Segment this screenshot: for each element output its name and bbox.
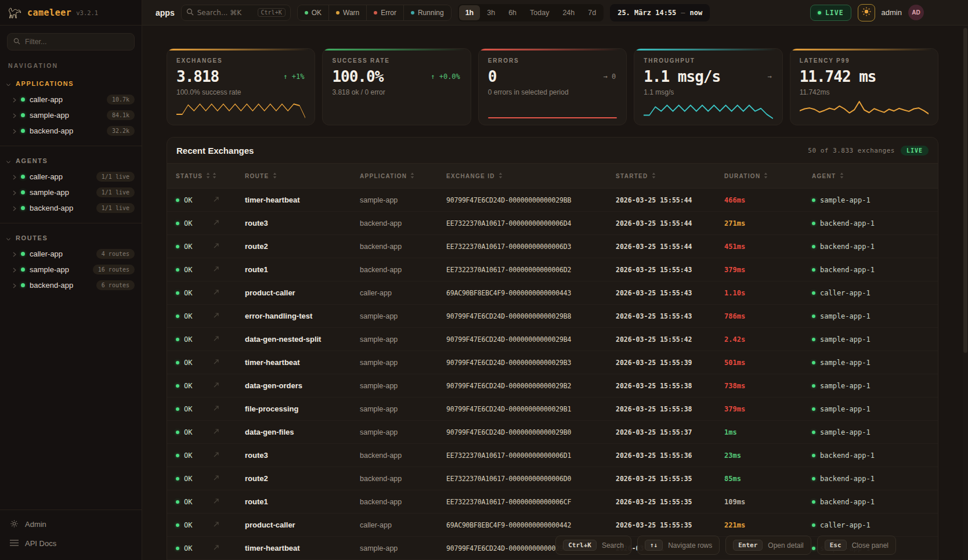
status-dot: [21, 268, 25, 272]
global-search[interactable]: Ctrl+K: [181, 5, 291, 21]
agent-cell: sample-app-1: [812, 312, 938, 320]
status-filter-warn[interactable]: Warn: [329, 5, 367, 20]
ok-dot: [176, 268, 179, 272]
table-row[interactable]: OKproduct-callercaller-app69AC90BF8EBC4F…: [167, 281, 938, 305]
panel-header: Recent Exchanges 50 of 3.833 exchanges L…: [167, 138, 938, 163]
kbd-key: ↑↓: [645, 540, 663, 551]
date-range[interactable]: 25. März 14:55 — now: [610, 4, 710, 21]
column-header-status[interactable]: STATUS: [176, 172, 212, 180]
sidebar-item-backend-app[interactable]: backend-app1/1 live: [0, 200, 142, 216]
sidebar-item-caller-app[interactable]: caller-app10.7k: [0, 92, 142, 107]
sidebar-item-sample-app[interactable]: sample-app1/1 live: [0, 185, 142, 200]
table-row[interactable]: OKdata-gen-orderssample-app90799F47E6CD2…: [167, 374, 938, 398]
sidebar-item-caller-app[interactable]: caller-app1/1 live: [0, 169, 142, 185]
time-range-1h[interactable]: 1h: [459, 5, 481, 20]
status-filter-error[interactable]: Error: [367, 5, 404, 20]
agent-cell: backend-app-1: [812, 451, 938, 460]
column-header-exchange-id[interactable]: EXCHANGE ID: [446, 172, 616, 180]
flow-cell: [212, 474, 245, 484]
column-header-agent[interactable]: AGENT: [812, 172, 938, 180]
status-text: OK: [184, 289, 192, 297]
status-cell: OK: [176, 289, 212, 297]
sidebar-filter[interactable]: [7, 33, 135, 50]
table-row[interactable]: OKtimer-heartbeatsample-app90799F47E6CD2…: [167, 189, 938, 212]
flow-cell: [212, 288, 245, 298]
started-cell: 2026-03-25 15:55:44: [616, 243, 724, 251]
item-label: sample-app: [30, 265, 69, 274]
started-cell: 2026-03-25 15:55:42: [616, 335, 724, 344]
agent-cell: sample-app-1: [812, 382, 938, 390]
footer-item-api-docs[interactable]: API Docs: [0, 534, 142, 553]
status-filter-ok[interactable]: OK: [298, 5, 329, 20]
sidebar-item-backend-app[interactable]: backend-app6 routes: [0, 277, 142, 293]
application-cell: sample-app: [360, 428, 446, 436]
column-header-route[interactable]: ROUTE: [245, 172, 360, 180]
live-toggle[interactable]: LIVE: [810, 5, 851, 21]
footer-label: Admin: [25, 520, 46, 529]
route-cell: route3: [245, 219, 360, 227]
table-row[interactable]: OKerror-handling-testsample-app90799F47E…: [167, 305, 938, 328]
card-subtitle: 11.742ms: [800, 88, 929, 96]
shortcut-bar: Ctrl+KSearch↑↓Navigate rowsEnterOpen det…: [555, 536, 896, 555]
avatar[interactable]: AD: [908, 5, 924, 20]
table-row[interactable]: OKroute3backend-appEE7322370A10617-00000…: [167, 444, 938, 467]
item-label: sample-app: [30, 111, 69, 120]
card-value: 1.1 msg/s: [644, 68, 720, 85]
table-row[interactable]: OKroute3backend-appEE7322370A10617-00000…: [167, 212, 938, 235]
agent-dot: [812, 245, 815, 248]
status-text: OK: [184, 382, 192, 390]
started-cell: 2026-03-25 15:55:44: [616, 196, 724, 204]
column-header-application[interactable]: APPLICATION: [360, 172, 446, 180]
ok-dot: [176, 477, 179, 480]
time-range-24h[interactable]: 24h: [556, 5, 581, 20]
application-cell: backend-app: [360, 219, 446, 227]
sidebar-section-applications[interactable]: APPLICATIONS: [0, 70, 142, 92]
table-row[interactable]: OKfile-processingsample-app90799F47E6CD2…: [167, 398, 938, 421]
shortcut-open-detail: EnterOpen detail: [725, 536, 811, 555]
ok-dot: [176, 222, 179, 225]
status-cell: OK: [176, 498, 212, 506]
filter-input[interactable]: [25, 38, 128, 46]
sidebar-item-sample-app[interactable]: sample-app16 routes: [0, 262, 142, 277]
table-row[interactable]: OKdata-gen-nested-splitsample-app90799F4…: [167, 328, 938, 351]
time-range-3h[interactable]: 3h: [481, 5, 501, 20]
sidebar-section-routes[interactable]: ROUTES: [0, 225, 142, 246]
table-row[interactable]: OKroute2backend-appEE7322370A10617-00000…: [167, 235, 938, 258]
table-row[interactable]: OKroute1backend-appEE7322370A10617-00000…: [167, 490, 938, 514]
flow-arrow-icon: [212, 520, 220, 530]
status-dot: [21, 283, 25, 287]
status-cell: OK: [176, 219, 212, 227]
card-label: SUCCESS RATE: [332, 57, 461, 64]
duration-cell: 85ms: [724, 475, 812, 483]
sidebar-item-sample-app[interactable]: sample-app84.1k: [0, 107, 142, 123]
table-row[interactable]: OKproduct-callercaller-app69AC90BF8EBC4F…: [167, 514, 938, 537]
time-range-6h[interactable]: 6h: [502, 5, 523, 20]
time-range-today[interactable]: Today: [523, 5, 555, 20]
exchange-id-cell: 90799F47E6CD24D-00000000000029B1: [446, 405, 616, 413]
sidebar-section-agents[interactable]: AGENTS: [0, 147, 142, 169]
table-row[interactable]: OKroute2backend-appEE7322370A10617-00000…: [167, 467, 938, 490]
time-range-7d[interactable]: 7d: [581, 5, 602, 20]
sort-icon: [499, 172, 503, 180]
table-row[interactable]: OKroute1backend-appEE7322370A10617-00000…: [167, 258, 938, 281]
table-row[interactable]: OKtimer-heartbeatsample-app90799F47E6CD2…: [167, 351, 938, 374]
column-header-icon[interactable]: [212, 172, 245, 180]
status-filter-running[interactable]: Running: [404, 5, 451, 20]
agent-name: sample-app-1: [820, 312, 871, 320]
table-row[interactable]: OKdata-gen-filessample-app90799F47E6CD24…: [167, 421, 938, 444]
search-input[interactable]: [197, 9, 251, 17]
started-cell: 2026-03-25 15:55:35: [616, 498, 724, 506]
exchange-id-cell: EE7322370A10617-00000000000006D3: [446, 243, 616, 251]
status-filter-label: Running: [418, 9, 444, 17]
theme-toggle[interactable]: [858, 4, 875, 21]
status-cell: OK: [176, 312, 212, 320]
sidebar-item-backend-app[interactable]: backend-app32.2k: [0, 123, 142, 139]
flow-cell: [212, 195, 245, 205]
started-cell: 2026-03-25 15:55:44: [616, 219, 724, 227]
footer-item-admin[interactable]: Admin: [0, 515, 142, 534]
sidebar-item-caller-app[interactable]: caller-app4 routes: [0, 246, 142, 262]
column-header-started[interactable]: STARTED: [616, 172, 724, 180]
scrollbar-thumb[interactable]: [963, 28, 967, 353]
column-header-duration[interactable]: DURATION: [724, 172, 812, 180]
sort-icon: [273, 172, 277, 180]
